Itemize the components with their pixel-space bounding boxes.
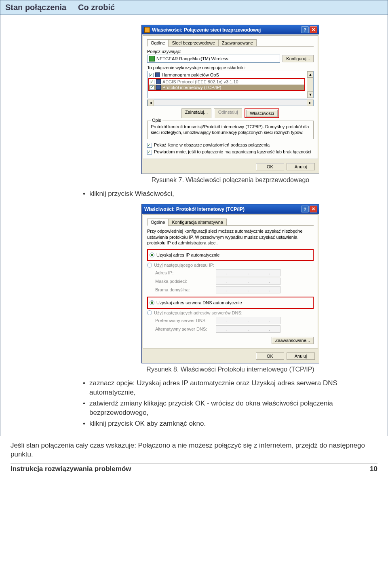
dialog-footer: OK Anuluj	[142, 160, 319, 174]
instruction-list-1: kliknij przycisk Właściwości,	[76, 189, 385, 199]
protocol-icon	[156, 85, 161, 90]
radio-use-ip[interactable]: Użyj następującego adresu IP:	[147, 263, 314, 267]
ip-address-label: Adres IP:	[155, 270, 216, 275]
highlight-box-tcpip-list: AEGIS Protocol (IEEE 802.1x) v3.1.10 Pro…	[148, 78, 305, 91]
figure-7-caption: Rysunek 7. Właściwości połączenia bezprz…	[76, 176, 385, 184]
notify-limited-label: Powiadom mnie, jeśli to połączenie ma og…	[154, 149, 311, 154]
gateway-field: ...	[216, 286, 280, 293]
td-status-empty	[0, 15, 73, 436]
row-pref-dns: Preferowany serwer DNS: ...	[155, 317, 314, 324]
list-item-tcpip[interactable]: Protokół internetowy (TCP/IP)	[149, 85, 304, 90]
tab-advanced[interactable]: Zaawansowane	[218, 39, 257, 47]
radio-label: Użyj następującego adresu IP:	[154, 263, 214, 267]
checkbox-icon[interactable]	[150, 85, 154, 90]
item-label: AEGIS Protocol (IEEE 802.1x) v3.1.10	[162, 79, 238, 84]
scroll-right-icon[interactable]: ►	[307, 100, 313, 106]
close-button[interactable]: ✕	[310, 26, 317, 33]
instruction-select-options: zaznacz opcje: Uzyskaj adres IP automaty…	[89, 379, 385, 397]
tab-strip: Ogólne Konfiguracja alternatywna	[147, 218, 314, 226]
device-field: NETGEAR RangeMax(TM) Wireless	[147, 55, 280, 63]
mask-label: Maska podsieci:	[155, 279, 216, 284]
tab-strip: Ogólne Sieci bezprzewodowe Zaawansowane	[147, 39, 314, 47]
gateway-label: Brama domyślna:	[155, 287, 216, 292]
row-ip-address: Adres IP: ...	[155, 269, 314, 276]
row-alt-dns: Alternatywny serwer DNS: ...	[155, 325, 314, 333]
ok-button[interactable]: OK	[256, 163, 284, 170]
highlight-box-auto-dns: Uzyskaj adres serwera DNS automatycznie	[147, 297, 314, 309]
td-content: Właściwości: Połączenie sieci bezprzewod…	[73, 15, 388, 436]
figure-8-caption: Rysunek 8. Właściwości Protokołu interne…	[76, 366, 385, 373]
description-text: Protokół kontroli transmisji/Protokół in…	[151, 124, 310, 136]
highlight-box-auto-ip: Uzyskaj adres IP automatycznie	[147, 249, 314, 261]
network-icon	[144, 27, 150, 33]
tab-alt-config[interactable]: Konfiguracja alternatywna	[168, 219, 227, 226]
uninstall-button: Odinstaluj	[214, 108, 242, 118]
tab-wireless-networks[interactable]: Sieci bezprzewodowe	[168, 39, 218, 47]
install-button[interactable]: Zainstaluj...	[181, 108, 211, 118]
dialog-wireless-props: Właściwości: Połączenie sieci bezprzewod…	[141, 25, 319, 174]
radio-icon[interactable]	[150, 253, 154, 257]
protocol-icon	[156, 79, 161, 84]
advanced-button[interactable]: Zaawansowane...	[272, 337, 314, 344]
radio-use-dns[interactable]: Użyj następujących adresów serwerów DNS:	[147, 310, 314, 315]
radio-label: Użyj następujących adresów serwerów DNS:	[154, 310, 242, 315]
close-button[interactable]: ✕	[310, 206, 317, 212]
help-button[interactable]: ?	[301, 206, 309, 212]
adapter-icon	[149, 56, 155, 62]
pref-dns-label: Preferowany serwer DNS:	[155, 318, 216, 323]
component-buttons: Zainstaluj... Odinstaluj Właściwości	[147, 108, 314, 118]
ip-address-field: ...	[216, 269, 280, 276]
title-text: Właściwości: Protokół internetowy (TCP/I…	[144, 206, 245, 212]
page-number: 10	[370, 465, 377, 473]
radio-auto-ip[interactable]: Uzyskaj adres IP automatycznie	[150, 253, 311, 257]
alt-dns-field: ...	[216, 325, 280, 333]
components-listbox[interactable]: ▲ ▼ Harmonogram pakietów QoS	[147, 71, 314, 98]
radio-icon[interactable]	[150, 300, 154, 305]
row-gateway: Brama domyślna: ...	[155, 286, 314, 293]
instruction-text: zatwierdź zmiany klikając przycisk OK - …	[89, 399, 333, 416]
checkbox-show-icon[interactable]	[147, 143, 152, 148]
checkbox-icon[interactable]	[149, 73, 154, 77]
radio-icon[interactable]	[147, 310, 152, 315]
tab-general[interactable]: Ogólne	[147, 219, 169, 226]
highlight-box-properties-btn: Właściwości	[245, 108, 279, 118]
instruction-close-ok: kliknij przycisk OK aby zamknąć okno.	[89, 419, 385, 429]
title-text: Właściwości: Połączenie sieci bezprzewod…	[152, 27, 261, 33]
row-subnet-mask: Maska podsieci: ...	[155, 278, 314, 285]
checkbox-notify-limited[interactable]	[147, 150, 152, 155]
checkbox-icon[interactable]	[150, 80, 154, 84]
scrollbar-horizontal[interactable]: ◄ ►	[147, 100, 314, 106]
configure-button[interactable]: Konfiguruj...	[283, 55, 314, 62]
show-icon-label: Pokaż ikonę w obszarze powiadomień podcz…	[154, 142, 270, 147]
radio-icon[interactable]	[147, 263, 152, 267]
ok-button[interactable]: OK	[256, 352, 284, 360]
table-header-row: Stan połączenia Co zrobić	[0, 0, 388, 15]
footer-title: Instrukcja rozwiązywania problemów	[11, 465, 131, 473]
help-button[interactable]: ?	[301, 26, 309, 33]
properties-button[interactable]: Właściwości	[246, 110, 278, 117]
instruction-text: kliknij przycisk Właściwości,	[89, 190, 174, 197]
alt-dns-label: Alternatywny serwer DNS:	[155, 327, 216, 331]
cancel-button[interactable]: Anuluj	[287, 163, 315, 170]
dialog-footer: OK Anuluj	[142, 349, 319, 363]
dialog-body: Ogólne Konfiguracja alternatywna Przy od…	[143, 214, 318, 348]
titlebar: Właściwości: Protokół internetowy (TCP/I…	[142, 204, 319, 214]
radio-auto-dns[interactable]: Uzyskaj adres serwera DNS automatycznie	[150, 300, 311, 305]
th-action: Co zrobić	[73, 0, 388, 15]
list-item-aegis[interactable]: AEGIS Protocol (IEEE 802.1x) v3.1.10	[149, 79, 304, 85]
description-group: Opis Protokół kontroli transmisji/Protok…	[147, 121, 314, 139]
scrollbar-vertical[interactable]: ▲ ▼	[307, 71, 313, 98]
item-label: Protokół internetowy (TCP/IP)	[162, 85, 221, 90]
connect-using-label: Połącz używając:	[147, 49, 314, 54]
scroll-left-icon[interactable]: ◄	[148, 100, 154, 106]
cancel-button[interactable]: Anuluj	[287, 352, 315, 360]
components-label: To połączenie wykorzystuje następujące s…	[147, 65, 314, 70]
list-item-qos[interactable]: Harmonogram pakietów QoS	[148, 72, 312, 78]
scroll-down-icon[interactable]: ▼	[307, 91, 314, 98]
tab-general[interactable]: Ogólne	[147, 39, 169, 47]
instruction-click-properties: kliknij przycisk Właściwości,	[89, 189, 385, 199]
instruction-confirm-ok: zatwierdź zmiany klikając przycisk OK - …	[89, 399, 385, 418]
bottom-note: Jeśli stan połączenia cały czas wskazuje…	[0, 436, 388, 461]
th-status: Stan połączenia	[0, 0, 73, 15]
scroll-up-icon[interactable]: ▲	[307, 71, 314, 78]
